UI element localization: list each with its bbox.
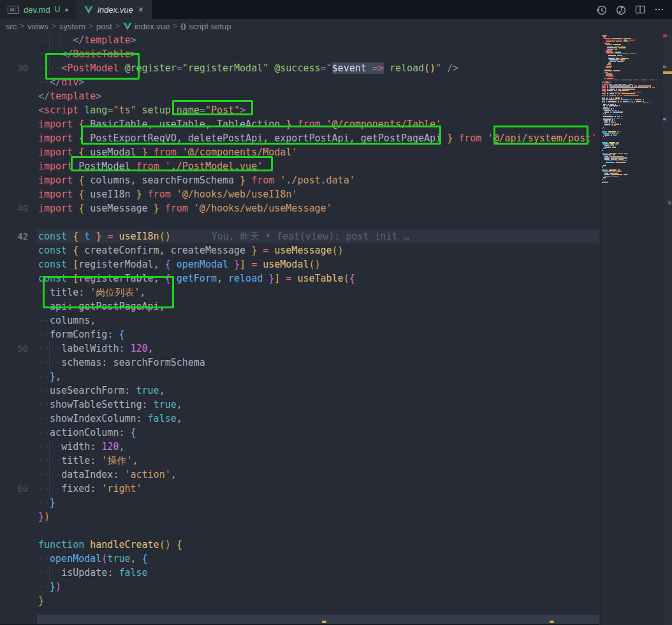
line-number[interactable] bbox=[0, 131, 28, 145]
line-number[interactable] bbox=[0, 187, 28, 201]
line-number[interactable] bbox=[0, 384, 28, 398]
code-text: ··} bbox=[38, 496, 55, 510]
line-number[interactable]: 42 bbox=[0, 229, 28, 243]
line-number[interactable] bbox=[0, 454, 28, 468]
line-number[interactable] bbox=[0, 356, 28, 370]
line-number[interactable] bbox=[0, 524, 28, 538]
line-number[interactable] bbox=[0, 538, 28, 552]
code-line[interactable]: ····width: 120, bbox=[0, 440, 599, 454]
line-number[interactable] bbox=[0, 468, 28, 482]
line-number[interactable] bbox=[0, 496, 28, 510]
line-number[interactable] bbox=[0, 257, 28, 271]
code-line[interactable]: 60····fixed: 'right' bbox=[0, 482, 599, 496]
line-number[interactable] bbox=[0, 159, 28, 173]
breadcrumb-item-post[interactable]: post bbox=[96, 22, 112, 31]
line-number[interactable] bbox=[0, 313, 28, 327]
code-line[interactable]: }) bbox=[0, 510, 599, 524]
line-number[interactable]: 60 bbox=[0, 482, 28, 496]
line-number[interactable] bbox=[0, 145, 28, 159]
code-line[interactable]: 40import { useMessage } from '@/hooks/we… bbox=[0, 201, 599, 215]
breadcrumb-item-script-setup[interactable]: {}script setup bbox=[180, 22, 231, 31]
line-number[interactable] bbox=[0, 566, 28, 580]
line-number[interactable] bbox=[0, 426, 28, 440]
code-line[interactable]: ··useSearchForm: true, bbox=[0, 384, 599, 398]
tab-index.vue[interactable]: index.vue× bbox=[77, 0, 152, 19]
more-actions-icon-button[interactable] bbox=[654, 4, 664, 15]
line-number[interactable] bbox=[0, 173, 28, 187]
line-number[interactable]: 50 bbox=[0, 341, 28, 356]
code-line[interactable]: </template> bbox=[0, 89, 599, 103]
code-editor[interactable]: ······</template>····</BasicTable>30····… bbox=[0, 33, 672, 625]
code-line[interactable]: 42const { t } = useI18n()You, 昨天 • feat(… bbox=[0, 229, 599, 243]
tab-bar: M↓dev.mdU●index.vue× bbox=[0, 0, 672, 19]
minimap-line bbox=[606, 66, 613, 67]
line-number[interactable] bbox=[0, 103, 28, 117]
code-line[interactable]: ··columns, bbox=[0, 313, 599, 327]
minimap[interactable] bbox=[602, 35, 661, 621]
split-editor-icon-button[interactable] bbox=[634, 4, 645, 15]
line-number[interactable] bbox=[0, 608, 28, 622]
line-number[interactable] bbox=[0, 398, 28, 412]
symbol-namespace-icon: {} bbox=[180, 22, 186, 30]
line-number[interactable]: 40 bbox=[0, 201, 28, 215]
code-line[interactable]: ··openModal(true, { bbox=[0, 552, 599, 566]
line-number[interactable] bbox=[0, 370, 28, 384]
code-line[interactable]: ··} bbox=[0, 496, 599, 510]
line-number[interactable] bbox=[0, 243, 28, 257]
code-line[interactable]: const [registerModal, { openModal }] = u… bbox=[0, 257, 599, 271]
line-number[interactable] bbox=[0, 412, 28, 426]
line-number[interactable] bbox=[0, 47, 28, 61]
line-number[interactable] bbox=[0, 33, 28, 47]
line-number[interactable] bbox=[0, 552, 28, 566]
dirty-indicator-icon[interactable]: ● bbox=[64, 6, 69, 13]
minimap-line bbox=[604, 159, 625, 160]
line-number[interactable] bbox=[0, 510, 28, 524]
code-line[interactable]: import { columns, searchFormSchema } fro… bbox=[0, 173, 599, 187]
line-number[interactable] bbox=[0, 271, 28, 285]
code-line[interactable]: function handleCreate() { bbox=[0, 538, 599, 552]
code-line[interactable]: 50····labelWidth: 120, bbox=[0, 341, 599, 356]
line-number[interactable] bbox=[0, 75, 28, 89]
line-number[interactable] bbox=[0, 440, 28, 454]
breadcrumb-item-views[interactable]: views bbox=[27, 22, 48, 31]
annotation-highlight-box-6 bbox=[43, 276, 174, 308]
code-line[interactable] bbox=[0, 524, 599, 538]
close-tab-icon[interactable]: × bbox=[138, 4, 144, 15]
vscode-window: M↓dev.mdU●index.vue× src>views>system>po… bbox=[0, 0, 672, 625]
code-line[interactable]: ··showIndexColumn: false, bbox=[0, 412, 599, 426]
line-number[interactable] bbox=[0, 215, 28, 229]
annotation-highlight-box-3 bbox=[81, 126, 441, 145]
history-icon-button[interactable] bbox=[596, 4, 607, 15]
line-number[interactable] bbox=[0, 285, 28, 299]
code-line[interactable]: const { createConfirm, createMessage } =… bbox=[0, 243, 599, 257]
code-line[interactable]: ····title: '操作', bbox=[0, 454, 599, 468]
code-line[interactable]: ····isUpdate: false bbox=[0, 566, 599, 580]
tab-dev.md[interactable]: M↓dev.mdU● bbox=[0, 0, 77, 19]
code-line[interactable]: ··showTableSetting: true, bbox=[0, 398, 599, 412]
open-changes-icon-button[interactable] bbox=[615, 4, 626, 15]
code-line[interactable]: ··}) bbox=[0, 580, 599, 594]
line-number[interactable] bbox=[0, 299, 28, 313]
vertical-scrollbar[interactable] bbox=[663, 33, 672, 625]
line-number[interactable]: 30 bbox=[0, 61, 28, 75]
line-number[interactable] bbox=[0, 89, 28, 103]
code-line[interactable] bbox=[0, 215, 599, 229]
code-line[interactable]: import { useI18n } from '@/hooks/web/use… bbox=[0, 187, 599, 201]
minimap-line bbox=[603, 127, 605, 128]
minimap-line bbox=[602, 85, 652, 87]
breadcrumb-item-index.vue[interactable]: index.vue bbox=[123, 22, 170, 31]
code-line[interactable]: <script lang="ts" setup name="Post"> bbox=[0, 103, 599, 117]
line-number[interactable] bbox=[0, 580, 28, 594]
breadcrumb-item-system[interactable]: system bbox=[59, 22, 85, 31]
line-number[interactable] bbox=[0, 327, 28, 341]
code-line[interactable]: ······</template> bbox=[0, 33, 599, 47]
breadcrumb-item-src[interactable]: src bbox=[6, 22, 17, 31]
code-line[interactable]: ····schemas: searchFormSchema bbox=[0, 356, 599, 370]
code-line[interactable]: } bbox=[0, 594, 599, 608]
line-number[interactable] bbox=[0, 117, 28, 131]
code-line[interactable]: ··formConfig: { bbox=[0, 327, 599, 341]
code-line[interactable]: ··}, bbox=[0, 370, 599, 384]
line-number[interactable] bbox=[0, 594, 28, 608]
code-line[interactable]: ··actionColumn: { bbox=[0, 426, 599, 440]
code-line[interactable]: ····dataIndex: 'action', bbox=[0, 468, 599, 482]
